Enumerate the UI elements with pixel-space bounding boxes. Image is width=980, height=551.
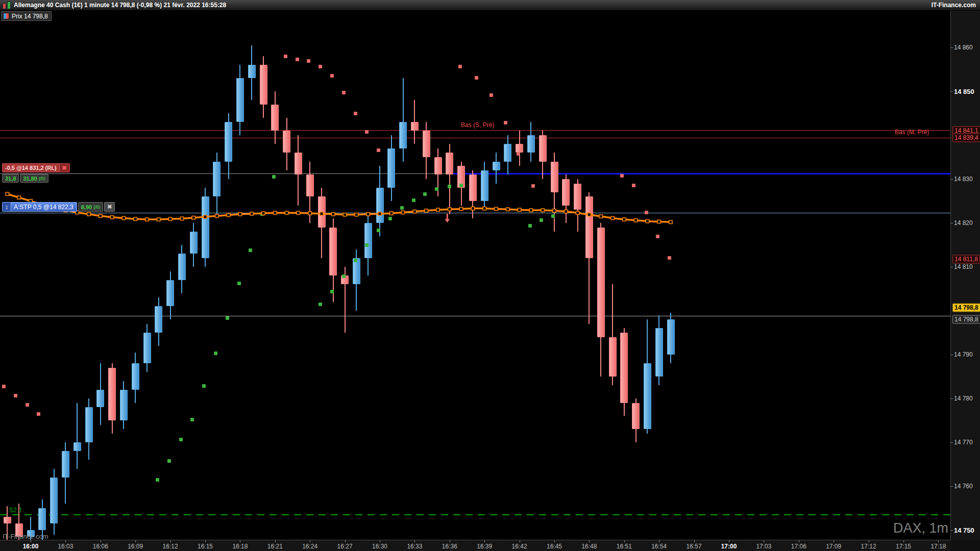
time-tick-label: 16:48 <box>581 543 597 550</box>
time-axis[interactable]: 16:0016:0316:0616:0916:1216:1516:1816:21… <box>0 540 950 551</box>
time-tick-label: 17:03 <box>756 543 771 550</box>
time-tick-label: 16:42 <box>512 543 527 550</box>
candle <box>120 390 128 420</box>
candle <box>306 174 314 196</box>
time-tick-label: 16:39 <box>477 543 492 550</box>
time-tick-label: 16:21 <box>267 543 283 550</box>
sar-dot-green <box>388 217 392 220</box>
time-tick-mark <box>589 540 590 542</box>
candle <box>539 135 547 162</box>
day-low-axis-label: 14 811,8 <box>952 255 980 263</box>
time-tick-mark <box>694 540 695 542</box>
rl-order-line-active[interactable] <box>448 173 950 174</box>
sar-dot-green <box>190 418 194 421</box>
price-tick-mark <box>951 530 953 531</box>
time-tick-label: 16:30 <box>372 543 387 550</box>
candle <box>620 333 628 403</box>
time-tick-mark <box>205 540 206 542</box>
bas-m-level-line <box>0 138 950 138</box>
time-tick-label: 16:54 <box>651 543 667 550</box>
sar-dot-red <box>489 93 493 97</box>
price-tick-mark <box>951 355 953 355</box>
sar-dot-green <box>448 185 451 188</box>
astp-points: 8,90 pts <box>78 202 104 212</box>
candle <box>434 157 442 174</box>
price-tick-label: 14 850 <box>954 88 974 95</box>
price-tick-mark <box>951 91 953 92</box>
price-tick-label: 14 770 <box>954 439 973 446</box>
price-tick-label: 14 750 <box>954 527 974 534</box>
sar-dot-green <box>540 218 543 222</box>
candle <box>632 403 640 430</box>
candle <box>202 196 209 258</box>
move-vertical-icon[interactable]: ↕ <box>3 203 11 211</box>
time-tick-mark <box>170 540 171 542</box>
sar-dot-green <box>528 224 532 228</box>
time-tick-mark <box>554 540 555 542</box>
pnl-chip: 31,8 31,80 pts <box>2 174 48 183</box>
pnl-value: 31,8 <box>2 174 19 183</box>
brand-link[interactable]: IT-Finance.com <box>932 2 976 9</box>
candle <box>248 65 256 78</box>
candle <box>376 188 384 223</box>
candle <box>38 508 46 530</box>
s2-daily-line <box>0 514 950 515</box>
candle <box>225 122 232 161</box>
time-tick-mark <box>450 540 450 542</box>
candle-wick <box>403 78 404 161</box>
astp-points-value: 8,90 <box>81 204 92 210</box>
time-tick-mark <box>903 540 904 542</box>
rl-order-chip[interactable]: -0,5 @14 831,2 (RL) ✖ <box>2 163 70 172</box>
time-tick-label: 17:18 <box>930 543 946 550</box>
close-astp-order-button[interactable]: ✖ <box>104 202 115 212</box>
sar-dot-red <box>354 112 357 115</box>
time-tick-label: 17:12 <box>861 543 876 550</box>
time-tick-mark <box>65 540 66 542</box>
sar-dot-green <box>400 206 404 210</box>
sar-dot-green <box>459 184 463 187</box>
candle <box>85 407 93 442</box>
candle <box>155 306 162 333</box>
time-tick-mark <box>484 540 485 542</box>
time-tick-label: 16:09 <box>128 543 143 550</box>
time-tick-label: 16:03 <box>58 543 73 550</box>
sar-dot-green <box>330 290 334 293</box>
time-tick-mark <box>310 540 310 542</box>
price-series-chip[interactable]: Prix 14 798,8 <box>1 11 52 21</box>
time-tick-mark <box>380 540 380 542</box>
sar-dot-red <box>284 55 287 58</box>
sar-dot-red <box>318 65 322 68</box>
price-tick-label: 14 820 <box>954 219 973 227</box>
sar-dot-red <box>531 184 535 188</box>
sar-dot-red <box>14 394 17 397</box>
candle <box>609 337 617 377</box>
stop-order-line <box>0 213 950 213</box>
sar-dot-green <box>365 243 369 247</box>
bas-s-level-line <box>0 130 950 131</box>
time-tick-mark <box>240 540 240 542</box>
rl-order-line-inactive <box>0 173 448 174</box>
time-tick-mark <box>345 540 346 542</box>
candle <box>329 228 337 276</box>
watermark-symbol: DAX, 1m <box>893 520 948 536</box>
astp-order-main[interactable]: ↕ A:STP 0,5 @14 822,3 <box>2 202 77 212</box>
bas-m-level-label: Bas (M, Pré) <box>895 129 929 136</box>
astp-order-chip[interactable]: ↕ A:STP 0,5 @14 822,3 8,90 pts ✖ <box>2 202 115 212</box>
sar-dot-red <box>2 385 6 388</box>
astp-order-label: A:STP 0,5 @14 822,3 <box>14 204 74 211</box>
price-axis[interactable]: 14 86014 85014 83014 82014 81014 79014 7… <box>950 10 980 540</box>
sar-dot-green <box>423 192 427 196</box>
pnl-points-suffix: pts <box>39 176 45 181</box>
time-tick-mark <box>834 540 834 542</box>
sar-dot-green <box>202 384 206 388</box>
last-price-line <box>0 316 950 316</box>
price-tick-label: 14 780 <box>954 395 973 402</box>
s2-level-label: S2 J <box>9 507 21 514</box>
sar-dot-green <box>167 459 171 463</box>
bas-s-level-label: Bas (S, Pré) <box>461 121 494 129</box>
sar-dot-green <box>412 198 415 202</box>
close-rl-order-button[interactable]: ✖ <box>60 163 70 172</box>
sar-dot-green <box>214 352 217 355</box>
sar-dot-green <box>249 248 252 252</box>
chart-plot-area[interactable] <box>0 0 980 551</box>
